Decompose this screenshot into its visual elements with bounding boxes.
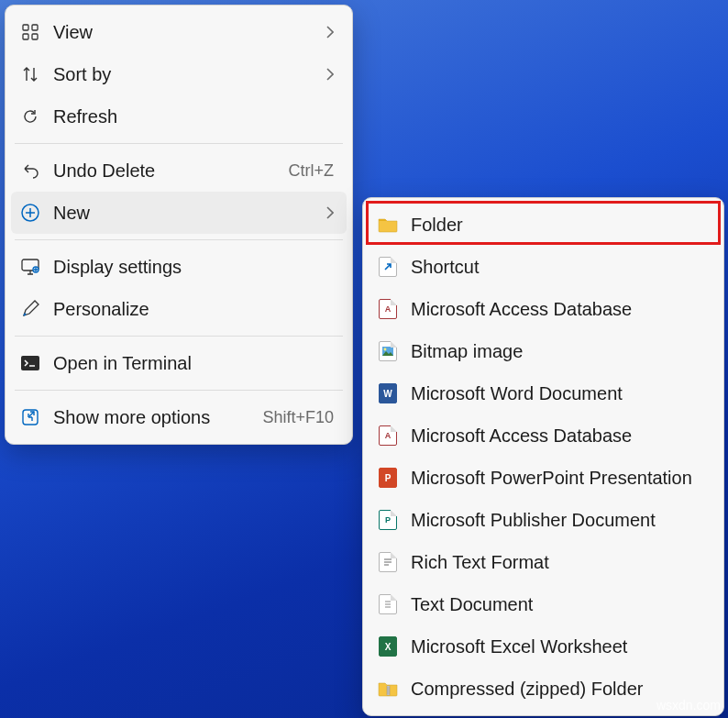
bitmap-icon <box>378 341 398 361</box>
menu-display-settings[interactable]: Display settings <box>11 246 347 288</box>
text-icon <box>378 594 398 614</box>
menu-separator <box>15 336 343 337</box>
display-settings-icon <box>20 257 40 277</box>
menu-sort-by-label: Sort by <box>53 64 310 85</box>
svg-rect-3 <box>32 34 38 39</box>
menu-show-more-shortcut: Shift+F10 <box>262 408 334 427</box>
menu-refresh-label: Refresh <box>53 106 337 127</box>
submenu-folder-label: Folder <box>411 215 709 236</box>
excel-icon: X <box>378 636 398 657</box>
menu-show-more-options[interactable]: Show more options Shift+F10 <box>11 396 347 438</box>
chevron-right-icon <box>323 206 337 219</box>
sort-icon <box>20 64 40 84</box>
submenu-access-database-2-label: Microsoft Access Database <box>411 425 709 447</box>
menu-refresh[interactable]: Refresh <box>11 95 347 138</box>
menu-show-more-options-label: Show more options <box>53 407 249 428</box>
word-icon: W <box>378 383 398 403</box>
menu-open-terminal[interactable]: Open in Terminal <box>11 342 347 384</box>
svg-rect-0 <box>23 25 28 30</box>
view-icon <box>20 22 40 42</box>
submenu-publisher-label: Microsoft Publisher Document <box>411 510 709 531</box>
personalize-icon <box>20 299 40 319</box>
submenu-text-document-label: Text Document <box>411 594 709 615</box>
desktop-context-menu: View Sort by Refresh Undo Dele <box>5 5 353 445</box>
shortcut-icon <box>378 257 398 277</box>
access-icon: A <box>378 299 398 319</box>
watermark: wsxdn.com <box>656 698 721 712</box>
svg-rect-1 <box>32 25 38 30</box>
new-icon <box>20 203 40 223</box>
submenu-shortcut-label: Shortcut <box>411 257 709 278</box>
chevron-right-icon <box>323 68 337 81</box>
submenu-compressed-folder-label: Compressed (zipped) Folder <box>411 679 709 700</box>
submenu-excel-label: Microsoft Excel Worksheet <box>411 636 709 657</box>
rtf-icon <box>378 552 398 572</box>
svg-point-10 <box>384 348 387 351</box>
folder-icon <box>378 215 398 235</box>
menu-new-label: New <box>53 203 310 224</box>
menu-personalize[interactable]: Personalize <box>11 288 347 330</box>
submenu-text-document[interactable]: Text Document <box>369 583 718 625</box>
menu-view-label: View <box>53 22 310 43</box>
svg-rect-11 <box>387 686 390 695</box>
submenu-rich-text-label: Rich Text Format <box>411 552 709 573</box>
submenu-folder[interactable]: Folder <box>369 204 718 246</box>
menu-display-settings-label: Display settings <box>53 257 337 278</box>
submenu-bitmap-label: Bitmap image <box>411 341 709 362</box>
submenu-rich-text[interactable]: Rich Text Format <box>369 541 718 583</box>
menu-view[interactable]: View <box>11 11 347 53</box>
svg-rect-7 <box>21 356 39 370</box>
terminal-icon <box>20 353 40 373</box>
menu-sort-by[interactable]: Sort by <box>11 53 347 95</box>
submenu-word-document-label: Microsoft Word Document <box>411 383 709 404</box>
access-icon: A <box>378 425 398 446</box>
submenu-shortcut[interactable]: Shortcut <box>369 246 718 288</box>
powerpoint-icon: P <box>378 468 398 488</box>
publisher-icon: P <box>378 510 398 530</box>
submenu-bitmap[interactable]: Bitmap image <box>369 330 718 372</box>
new-submenu: Folder Shortcut A Microsoft Access Datab… <box>362 197 724 716</box>
menu-undo-delete[interactable]: Undo Delete Ctrl+Z <box>11 149 347 192</box>
show-more-icon <box>20 407 40 427</box>
menu-open-terminal-label: Open in Terminal <box>53 353 337 374</box>
chevron-right-icon <box>323 26 337 39</box>
svg-rect-2 <box>23 34 28 39</box>
submenu-powerpoint[interactable]: P Microsoft PowerPoint Presentation <box>369 457 718 499</box>
submenu-excel[interactable]: X Microsoft Excel Worksheet <box>369 625 718 668</box>
submenu-access-database-label: Microsoft Access Database <box>411 299 709 320</box>
submenu-word-document[interactable]: W Microsoft Word Document <box>369 372 718 414</box>
undo-icon <box>20 160 40 181</box>
menu-new[interactable]: New <box>11 192 347 234</box>
menu-undo-delete-label: Undo Delete <box>53 160 276 182</box>
menu-separator <box>15 390 343 391</box>
submenu-powerpoint-label: Microsoft PowerPoint Presentation <box>411 468 709 489</box>
menu-separator <box>15 239 343 240</box>
zip-folder-icon <box>378 679 398 699</box>
menu-separator <box>15 143 343 144</box>
refresh-icon <box>20 106 40 127</box>
submenu-publisher[interactable]: P Microsoft Publisher Document <box>369 499 718 541</box>
submenu-access-database[interactable]: A Microsoft Access Database <box>369 288 718 330</box>
menu-undo-shortcut: Ctrl+Z <box>289 161 335 181</box>
submenu-access-database-2[interactable]: A Microsoft Access Database <box>369 414 718 457</box>
menu-personalize-label: Personalize <box>53 299 337 320</box>
